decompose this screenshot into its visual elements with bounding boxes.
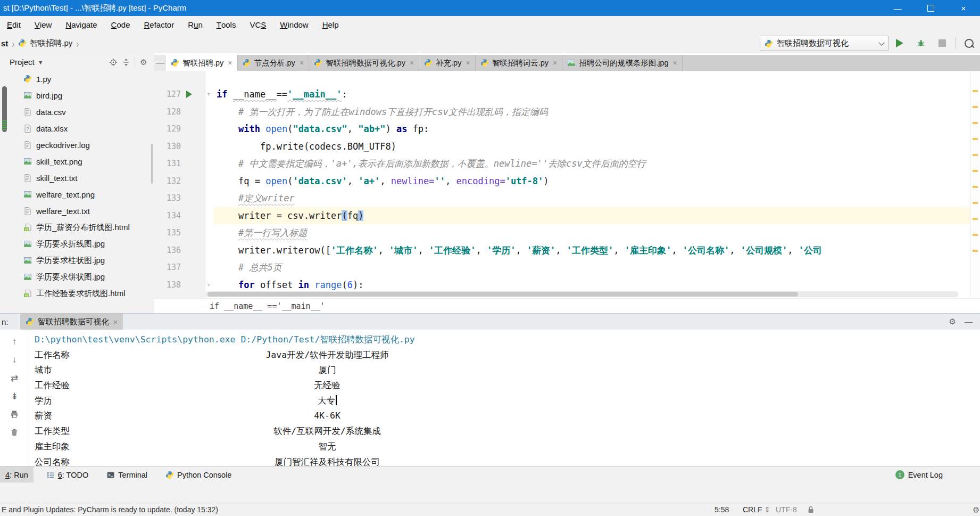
print-icon[interactable] [9,408,20,420]
encoding-indicator[interactable]: UTF-8 [776,505,797,514]
close-tab-icon[interactable]: × [673,59,677,67]
error-stripe[interactable] [970,71,980,298]
breadcrumb-file[interactable]: 智联招聘.py [30,38,72,48]
run-button[interactable] [893,37,907,50]
maximize-button[interactable] [914,0,947,16]
scroll-to-end-icon[interactable]: ⇟ [9,390,20,402]
close-button[interactable]: × [947,0,980,16]
project-file[interactable]: data.csv [0,104,154,120]
menu-item-vcs[interactable]: VCS [243,16,273,33]
editor-hscrollbar[interactable] [205,291,958,297]
up-stack-icon[interactable]: ↑ [9,336,20,348]
menu-item-run[interactable]: Run [181,16,210,33]
menu-item-edit[interactable]: Edit [0,16,28,33]
toolwindow-6-todo[interactable]: 6: TODO [41,466,94,483]
editor-tab[interactable]: 智联招聘词云.py× [476,55,563,71]
warning-stripe-mark[interactable] [973,250,978,252]
down-stack-icon[interactable]: ↓ [9,354,20,366]
project-file[interactable]: ?data.xlsx [0,120,154,137]
gutter-icons: ▿ [181,86,214,103]
editor-tab[interactable]: 补充.py× [419,55,476,71]
editor-tab[interactable]: 节点分析.py× [238,55,310,71]
warning-stripe-mark[interactable] [973,170,978,172]
project-file[interactable]: 学历要求折线图.jpg [0,236,154,252]
close-tab-icon[interactable]: × [466,59,470,67]
menu-item-refactor[interactable]: Refactor [137,16,181,33]
close-tab-icon[interactable]: × [300,59,304,67]
project-file[interactable]: 1.py [0,71,154,87]
menu-item-navigate[interactable]: Navigate [59,16,104,33]
gear-icon[interactable]: ⚙ [137,56,150,69]
code-line: 134writer = csv.writer(fq) [154,207,980,225]
editor-tab[interactable]: 招聘公司的规模条形图.jpg× [562,55,683,71]
menu-item-code[interactable]: Code [104,16,137,33]
line-number: 131 [154,155,181,173]
close-tab-icon[interactable]: × [553,59,557,67]
code-text: with open("data.csv", "ab+") as fp: [214,120,980,138]
warning-stripe-mark[interactable] [973,122,978,124]
project-file[interactable]: geckodriver.log [0,137,154,153]
run-tool-window: n: 智联招聘数据可视化 × ⚙ — ↑ ↓ ⇄ ⇟ D:\python\tes… [0,313,980,466]
project-panel-title[interactable]: Project [10,58,35,67]
soft-wrap-icon[interactable]: ⇄ [9,372,20,384]
warning-stripe-mark[interactable] [973,106,978,108]
unknown-file-icon: ? [23,124,32,133]
toolwindow-python-console[interactable]: Python Console [160,466,237,483]
chevron-down-icon[interactable]: ▼ [38,59,44,65]
console-output[interactable]: D:\python\test\venv\Scripts\python.exe D… [29,330,980,469]
search-everywhere-button[interactable] [962,37,976,50]
menu-item-view[interactable]: View [28,16,59,33]
hscrollbar-thumb[interactable] [207,292,798,297]
project-file[interactable]: H工作经验要求折线图.html [0,285,154,302]
hide-panel-icon[interactable]: — [154,55,166,71]
main-toolbar: st › 智联招聘.py › 智联招聘数据可视化 [0,33,980,54]
event-log-button[interactable]: 1 Event Log [895,470,980,479]
project-file[interactable]: welfare_text.png [0,186,154,203]
lock-icon[interactable] [807,505,815,514]
run-line-icon[interactable] [186,91,192,98]
menu-item-tools[interactable]: Tools [210,16,243,33]
fold-icon[interactable]: ▿ [207,86,211,103]
hide-panel-icon[interactable]: — [965,317,973,326]
close-tab-icon[interactable]: × [228,59,232,67]
collapse-all-icon[interactable] [120,56,132,69]
project-file[interactable]: bird.jpg [0,87,154,104]
breadcrumb-root[interactable]: st [1,39,8,48]
editor-tab[interactable]: 智联招聘.py× [166,55,238,71]
minimize-button[interactable]: — [881,0,914,16]
close-icon[interactable]: × [113,317,118,326]
menu-item-help[interactable]: Help [315,16,346,33]
code-area[interactable]: 127▿if __name__=='__main__':128# 第一次打开，为… [154,71,980,298]
project-scrollbar[interactable] [151,144,153,184]
close-tab-icon[interactable]: × [410,59,414,67]
locate-file-icon[interactable] [107,56,120,69]
line-ending-indicator[interactable]: CRLF ⇕ [743,505,770,514]
project-file[interactable]: skill_text.png [0,153,154,170]
project-file[interactable]: H学历_薪资分布折线图.html [0,219,154,236]
caret-position[interactable]: 5:58 [715,505,729,514]
toolwindow-4-run[interactable]: 4: Run [0,466,34,483]
project-file[interactable]: 学历要求饼状图.jpg [0,269,154,285]
python-icon [26,317,34,326]
project-file[interactable]: 学历要求柱状图.jpg [0,252,154,269]
warning-stripe-mark[interactable] [973,202,978,204]
warning-stripe-mark[interactable] [973,90,978,92]
project-file[interactable]: skill_text.txt [0,170,154,186]
gear-icon[interactable]: ⚙ [949,317,956,326]
gear-icon[interactable]: ⚙ [973,505,979,515]
warning-stripe-mark[interactable] [973,234,978,236]
editor-tab[interactable]: 智联招聘数据可视化.py× [309,55,419,71]
clear-all-icon[interactable] [9,427,20,438]
debug-button[interactable] [914,37,928,50]
toolwindow-terminal[interactable]: Terminal [101,466,153,483]
stop-button[interactable] [935,37,949,50]
warning-stripe-mark[interactable] [973,154,978,156]
menu-item-window[interactable]: Window [273,16,315,33]
warning-stripe-mark[interactable] [973,138,978,140]
tab-label: 招聘公司的规模条形图.jpg [579,58,668,68]
run-tab[interactable]: 智联招聘数据可视化 × [20,314,123,330]
project-file[interactable]: welfare_text.txt [0,203,154,219]
warning-stripe-mark[interactable] [973,186,978,188]
warning-stripe-mark[interactable] [973,218,978,220]
run-configuration-select[interactable]: 智联招聘数据可视化 [760,36,888,51]
